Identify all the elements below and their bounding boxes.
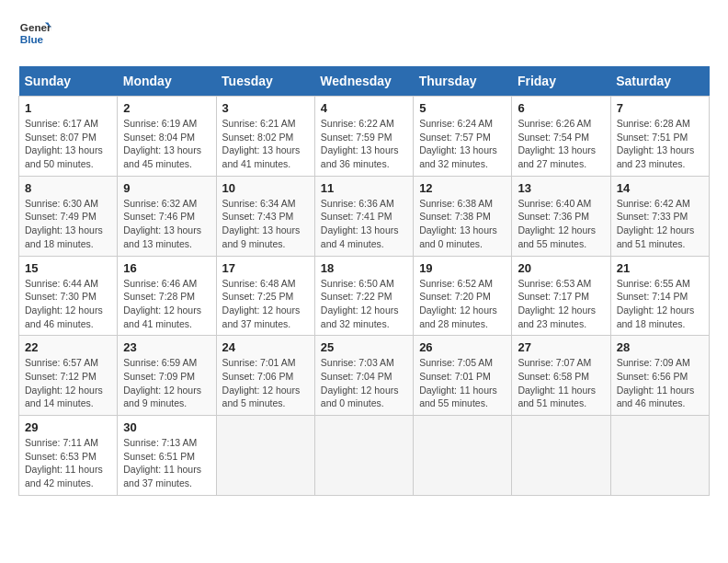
calendar-cell: 6 Sunrise: 6:26 AMSunset: 7:54 PMDayligh… xyxy=(512,97,610,177)
day-number: 30 xyxy=(123,420,210,434)
day-info: Sunrise: 6:42 AMSunset: 7:33 PMDaylight:… xyxy=(617,197,703,251)
day-info: Sunrise: 6:30 AMSunset: 7:49 PMDaylight:… xyxy=(25,197,111,251)
day-number: 18 xyxy=(321,261,407,275)
day-number: 24 xyxy=(222,340,309,354)
logo-icon: General Blue xyxy=(18,18,51,52)
day-info: Sunrise: 6:57 AMSunset: 7:12 PMDaylight:… xyxy=(25,356,111,410)
calendar-cell: 12 Sunrise: 6:38 AMSunset: 7:38 PMDaylig… xyxy=(414,176,512,256)
header-thursday: Thursday xyxy=(414,66,512,97)
calendar-cell: 22 Sunrise: 6:57 AMSunset: 7:12 PMDaylig… xyxy=(19,336,118,416)
day-info: Sunrise: 6:52 AMSunset: 7:20 PMDaylight:… xyxy=(419,277,506,331)
calendar-cell: 20 Sunrise: 6:53 AMSunset: 7:17 PMDaylig… xyxy=(512,256,610,336)
day-info: Sunrise: 7:11 AMSunset: 6:53 PMDaylight:… xyxy=(25,436,111,490)
calendar-cell: 15 Sunrise: 6:44 AMSunset: 7:30 PMDaylig… xyxy=(19,256,118,336)
day-number: 7 xyxy=(617,101,703,115)
calendar-cell: 27 Sunrise: 7:07 AMSunset: 6:58 PMDaylig… xyxy=(512,336,610,416)
day-number: 4 xyxy=(321,101,407,115)
calendar-cell: 8 Sunrise: 6:30 AMSunset: 7:49 PMDayligh… xyxy=(19,176,118,256)
day-info: Sunrise: 6:19 AMSunset: 8:04 PMDaylight:… xyxy=(123,117,210,171)
page-header: General Blue xyxy=(18,18,710,52)
day-number: 16 xyxy=(123,261,210,275)
day-number: 13 xyxy=(518,181,604,195)
day-info: Sunrise: 6:44 AMSunset: 7:30 PMDaylight:… xyxy=(25,277,111,331)
calendar-cell xyxy=(414,416,512,496)
day-number: 15 xyxy=(25,261,111,275)
calendar-cell xyxy=(314,416,413,496)
calendar-cell: 14 Sunrise: 6:42 AMSunset: 7:33 PMDaylig… xyxy=(610,176,709,256)
header-row: SundayMondayTuesdayWednesdayThursdayFrid… xyxy=(19,66,710,97)
header-monday: Monday xyxy=(118,66,216,97)
day-number: 12 xyxy=(419,181,506,195)
week-row-1: 1 Sunrise: 6:17 AMSunset: 8:07 PMDayligh… xyxy=(19,97,710,177)
day-number: 5 xyxy=(419,101,506,115)
calendar-cell xyxy=(512,416,610,496)
day-info: Sunrise: 7:05 AMSunset: 7:01 PMDaylight:… xyxy=(419,356,506,410)
day-info: Sunrise: 6:21 AMSunset: 8:02 PMDaylight:… xyxy=(222,117,309,171)
calendar-cell: 25 Sunrise: 7:03 AMSunset: 7:04 PMDaylig… xyxy=(314,336,413,416)
day-number: 14 xyxy=(617,181,703,195)
day-number: 21 xyxy=(617,261,703,275)
day-number: 25 xyxy=(321,340,407,354)
calendar-cell: 2 Sunrise: 6:19 AMSunset: 8:04 PMDayligh… xyxy=(118,97,216,177)
day-info: Sunrise: 6:34 AMSunset: 7:43 PMDaylight:… xyxy=(222,197,309,251)
calendar-cell: 3 Sunrise: 6:21 AMSunset: 8:02 PMDayligh… xyxy=(216,97,314,177)
calendar-cell: 23 Sunrise: 6:59 AMSunset: 7:09 PMDaylig… xyxy=(118,336,216,416)
day-info: Sunrise: 6:32 AMSunset: 7:46 PMDaylight:… xyxy=(123,197,210,251)
calendar-cell: 13 Sunrise: 6:40 AMSunset: 7:36 PMDaylig… xyxy=(512,176,610,256)
day-info: Sunrise: 6:17 AMSunset: 8:07 PMDaylight:… xyxy=(25,117,111,171)
day-info: Sunrise: 6:38 AMSunset: 7:38 PMDaylight:… xyxy=(419,197,506,251)
day-number: 6 xyxy=(518,101,604,115)
day-info: Sunrise: 6:26 AMSunset: 7:54 PMDaylight:… xyxy=(518,117,604,171)
day-number: 11 xyxy=(321,181,407,195)
day-info: Sunrise: 7:13 AMSunset: 6:51 PMDaylight:… xyxy=(123,436,210,490)
day-info: Sunrise: 6:46 AMSunset: 7:28 PMDaylight:… xyxy=(123,277,210,331)
calendar-table: SundayMondayTuesdayWednesdayThursdayFrid… xyxy=(18,66,710,496)
calendar-cell: 17 Sunrise: 6:48 AMSunset: 7:25 PMDaylig… xyxy=(216,256,314,336)
day-number: 23 xyxy=(123,340,210,354)
header-friday: Friday xyxy=(512,66,610,97)
day-info: Sunrise: 7:07 AMSunset: 6:58 PMDaylight:… xyxy=(518,356,604,410)
day-number: 1 xyxy=(25,101,111,115)
calendar-cell: 18 Sunrise: 6:50 AMSunset: 7:22 PMDaylig… xyxy=(314,256,413,336)
day-number: 9 xyxy=(123,181,210,195)
day-number: 22 xyxy=(25,340,111,354)
day-info: Sunrise: 7:01 AMSunset: 7:06 PMDaylight:… xyxy=(222,356,309,410)
day-info: Sunrise: 6:28 AMSunset: 7:51 PMDaylight:… xyxy=(617,117,703,171)
header-tuesday: Tuesday xyxy=(216,66,314,97)
day-info: Sunrise: 6:48 AMSunset: 7:25 PMDaylight:… xyxy=(222,277,309,331)
calendar-cell: 26 Sunrise: 7:05 AMSunset: 7:01 PMDaylig… xyxy=(414,336,512,416)
header-sunday: Sunday xyxy=(19,66,118,97)
day-info: Sunrise: 6:40 AMSunset: 7:36 PMDaylight:… xyxy=(518,197,604,251)
calendar-cell: 19 Sunrise: 6:52 AMSunset: 7:20 PMDaylig… xyxy=(414,256,512,336)
day-number: 20 xyxy=(518,261,604,275)
logo: General Blue xyxy=(18,18,55,52)
day-info: Sunrise: 6:22 AMSunset: 7:59 PMDaylight:… xyxy=(321,117,407,171)
calendar-cell: 21 Sunrise: 6:55 AMSunset: 7:14 PMDaylig… xyxy=(610,256,709,336)
week-row-3: 15 Sunrise: 6:44 AMSunset: 7:30 PMDaylig… xyxy=(19,256,710,336)
calendar-cell: 11 Sunrise: 6:36 AMSunset: 7:41 PMDaylig… xyxy=(314,176,413,256)
day-number: 28 xyxy=(617,340,703,354)
day-info: Sunrise: 6:55 AMSunset: 7:14 PMDaylight:… xyxy=(617,277,703,331)
calendar-cell xyxy=(610,416,709,496)
day-number: 17 xyxy=(222,261,309,275)
day-number: 10 xyxy=(222,181,309,195)
calendar-cell: 16 Sunrise: 6:46 AMSunset: 7:28 PMDaylig… xyxy=(118,256,216,336)
header-wednesday: Wednesday xyxy=(314,66,413,97)
calendar-cell: 24 Sunrise: 7:01 AMSunset: 7:06 PMDaylig… xyxy=(216,336,314,416)
day-number: 8 xyxy=(25,181,111,195)
calendar-cell: 29 Sunrise: 7:11 AMSunset: 6:53 PMDaylig… xyxy=(19,416,118,496)
week-row-2: 8 Sunrise: 6:30 AMSunset: 7:49 PMDayligh… xyxy=(19,176,710,256)
day-info: Sunrise: 6:50 AMSunset: 7:22 PMDaylight:… xyxy=(321,277,407,331)
calendar-cell: 28 Sunrise: 7:09 AMSunset: 6:56 PMDaylig… xyxy=(610,336,709,416)
day-info: Sunrise: 7:03 AMSunset: 7:04 PMDaylight:… xyxy=(321,356,407,410)
day-number: 26 xyxy=(419,340,506,354)
day-info: Sunrise: 6:36 AMSunset: 7:41 PMDaylight:… xyxy=(321,197,407,251)
day-number: 2 xyxy=(123,101,210,115)
calendar-cell: 10 Sunrise: 6:34 AMSunset: 7:43 PMDaylig… xyxy=(216,176,314,256)
svg-text:Blue: Blue xyxy=(20,33,44,45)
day-number: 19 xyxy=(419,261,506,275)
calendar-cell: 7 Sunrise: 6:28 AMSunset: 7:51 PMDayligh… xyxy=(610,97,709,177)
day-info: Sunrise: 6:24 AMSunset: 7:57 PMDaylight:… xyxy=(419,117,506,171)
day-number: 3 xyxy=(222,101,309,115)
calendar-cell: 9 Sunrise: 6:32 AMSunset: 7:46 PMDayligh… xyxy=(118,176,216,256)
